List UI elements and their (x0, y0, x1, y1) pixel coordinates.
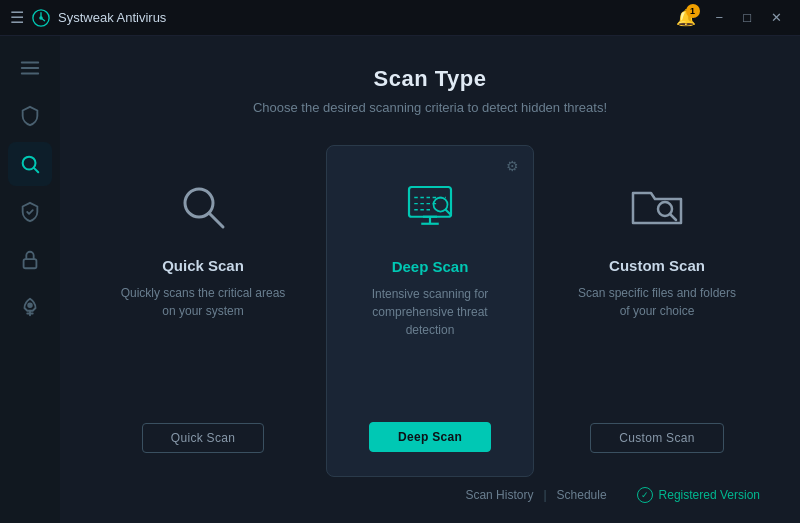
schedule-link[interactable]: Schedule (557, 488, 607, 502)
scan-history-link[interactable]: Scan History (465, 488, 533, 502)
app-title: Systweak Antivirus (58, 10, 166, 25)
footer-links: Scan History | Schedule (465, 488, 606, 502)
sidebar-item-scan[interactable] (8, 142, 52, 186)
page-title: Scan Type (100, 66, 760, 92)
hamburger-menu-icon (19, 57, 41, 79)
svg-line-23 (670, 214, 676, 220)
page-header: Scan Type Choose the desired scanning cr… (100, 66, 760, 115)
settings-icon[interactable]: ⚙ (506, 158, 519, 174)
custom-scan-button[interactable]: Custom Scan (590, 423, 723, 453)
page-subtitle: Choose the desired scanning criteria to … (100, 100, 760, 115)
custom-scan-icon (629, 175, 685, 239)
svg-point-10 (28, 303, 32, 307)
custom-scan-desc: Scan specific files and folders of your … (574, 284, 740, 399)
deep-scan-card: ⚙ (326, 145, 534, 477)
close-button[interactable]: ✕ (763, 9, 790, 26)
minimize-button[interactable]: − (708, 9, 732, 26)
quick-scan-button[interactable]: Quick Scan (142, 423, 264, 453)
shield-icon (19, 105, 41, 127)
title-bar: ☰ Systweak Antivirus 🔔 1 − □ ✕ (0, 0, 800, 36)
custom-scan-name: Custom Scan (609, 257, 705, 274)
sidebar-item-menu[interactable] (8, 46, 52, 90)
sidebar-item-protection[interactable] (8, 94, 52, 138)
svg-line-6 (34, 168, 38, 172)
custom-scan-card: Custom Scan Scan specific files and fold… (554, 145, 760, 477)
check-circle-icon: ✓ (637, 487, 653, 503)
search-icon (19, 153, 41, 175)
svg-rect-13 (409, 187, 451, 217)
sidebar-item-privacy[interactable] (8, 238, 52, 282)
sidebar-item-speedup[interactable] (8, 286, 52, 330)
folder-search-icon (629, 179, 685, 235)
notification-button[interactable]: 🔔 1 (676, 8, 696, 27)
title-bar-left: ☰ Systweak Antivirus (10, 8, 166, 27)
svg-point-1 (39, 16, 43, 20)
quick-scan-card: Quick Scan Quickly scans the critical ar… (100, 145, 306, 477)
quick-scan-name: Quick Scan (162, 257, 244, 274)
main-content: Scan Type Choose the desired scanning cr… (60, 36, 800, 523)
deep-scan-name: Deep Scan (392, 258, 469, 275)
quick-scan-icon (175, 175, 231, 239)
check-shield-icon (19, 201, 41, 223)
deep-scan-button[interactable]: Deep Scan (369, 422, 491, 452)
rocket-icon (19, 297, 41, 319)
maximize-button[interactable]: □ (735, 9, 759, 26)
quick-scan-desc: Quickly scans the critical areas on your… (120, 284, 286, 399)
app-logo-icon (32, 9, 50, 27)
deep-scan-desc: Intensive scanning for comprehensive thr… (347, 285, 513, 398)
registered-label: Registered Version (659, 488, 760, 502)
notification-badge: 1 (686, 4, 700, 18)
sidebar (0, 36, 60, 523)
svg-rect-7 (24, 259, 37, 268)
title-bar-right: 🔔 1 − □ ✕ (676, 8, 790, 27)
lock-icon (19, 249, 41, 271)
deep-scan-icon (402, 176, 458, 240)
footer-divider: | (543, 488, 546, 502)
magnifier-icon (175, 179, 231, 235)
registered-version: ✓ Registered Version (637, 487, 760, 503)
main-layout: Scan Type Choose the desired scanning cr… (0, 36, 800, 523)
monitor-scan-icon (402, 180, 458, 236)
footer: Scan History | Schedule ✓ Registered Ver… (100, 477, 760, 503)
hamburger-icon[interactable]: ☰ (10, 8, 24, 27)
sidebar-item-check[interactable] (8, 190, 52, 234)
svg-line-12 (209, 213, 223, 227)
scan-cards-container: Quick Scan Quickly scans the critical ar… (100, 145, 760, 477)
